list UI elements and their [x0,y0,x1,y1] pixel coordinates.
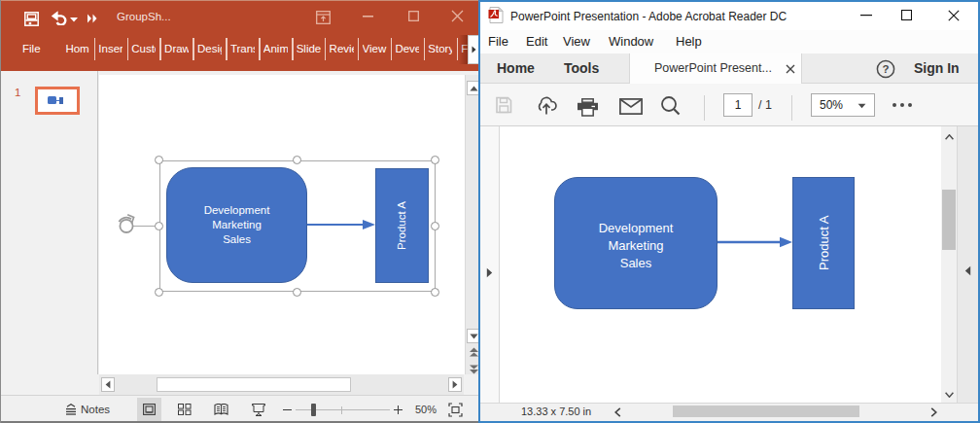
svg-text:?: ? [882,63,889,75]
